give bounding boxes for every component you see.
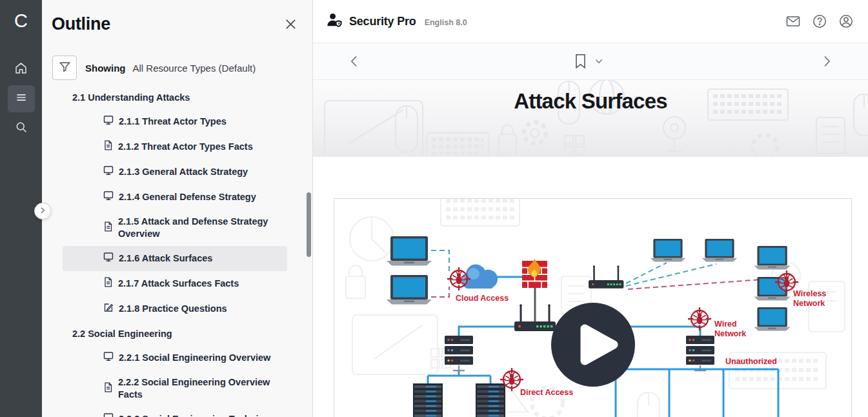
document-icon xyxy=(103,140,113,154)
funnel-icon xyxy=(59,61,71,76)
document-icon xyxy=(103,382,113,396)
menu-icon xyxy=(15,91,28,107)
scrollbar-thumb[interactable] xyxy=(307,192,311,257)
bookmark-icon xyxy=(575,54,586,69)
video-lesson-icon xyxy=(103,115,114,128)
outline-item-2-1-2[interactable]: 2.1.2 Threat Actor Types Facts xyxy=(42,134,312,159)
outline-item-2-1-8[interactable]: 2.1.8 Practice Questions xyxy=(42,296,312,321)
cloud-access-label: Cloud Access xyxy=(456,294,509,303)
bookmark-button[interactable] xyxy=(575,54,586,69)
practice-edit-icon xyxy=(103,302,114,316)
filter-value: All Resource Types (Default) xyxy=(133,63,256,74)
video-lesson-icon xyxy=(103,351,114,365)
lesson-title: Attack Surfaces xyxy=(321,80,860,114)
previous-chevron-icon xyxy=(349,55,359,68)
filter-button[interactable] xyxy=(52,56,77,80)
outline-item-2-1-4[interactable]: 2.1.4 General Defense Strategy xyxy=(42,185,312,210)
next-chevron-icon xyxy=(822,55,832,68)
next-lesson-button[interactable] xyxy=(818,51,836,72)
lesson-banner: Attack Surfaces xyxy=(313,80,868,157)
outline-item-2-1-5[interactable]: 2.1.5 Attack and Defense Strategy Overvi… xyxy=(42,210,312,246)
rail-outline-button[interactable] xyxy=(8,85,35,112)
security-pro-shield-user-icon xyxy=(326,12,343,31)
rail-home-button[interactable] xyxy=(8,56,35,83)
outline-item-2-1-6-active[interactable]: 2.1.6 Attack Surfaces xyxy=(63,246,287,271)
app-window: C xyxy=(0,0,868,417)
video-lesson-icon xyxy=(103,252,114,265)
chevron-right-icon xyxy=(39,205,46,217)
account-button[interactable] xyxy=(838,14,854,29)
outline-section-2-1: 2.1 Understanding Attacks xyxy=(42,86,312,109)
firewall-shape xyxy=(522,259,547,288)
panel-expand-button[interactable] xyxy=(34,203,51,219)
server-stack-shape xyxy=(686,336,714,365)
close-icon xyxy=(285,21,297,32)
outline-list: 2.1 Understanding Attacks 2.1.1 Threat A… xyxy=(42,86,312,417)
filter-row: Showing All Resource Types (Default) xyxy=(52,56,312,80)
server-stack-shape xyxy=(445,336,473,365)
messages-button[interactable] xyxy=(785,14,801,29)
product-header: Security Pro English 8.0 xyxy=(313,0,868,43)
outline-item-2-2-1[interactable]: 2.2.1 Social Engineering Overview xyxy=(42,345,312,371)
wireless-network-label-line2: Network xyxy=(793,299,825,308)
wired-network-label-line1: Wired xyxy=(714,320,737,329)
video-lesson-icon xyxy=(103,190,114,204)
message-icon xyxy=(785,14,801,29)
close-outline-button[interactable] xyxy=(285,18,297,30)
outline-item-2-1-7[interactable]: 2.1.7 Attack Surfaces Facts xyxy=(42,271,312,296)
outline-title: Outline xyxy=(52,14,110,34)
lesson-content: Cloud Access Direct Acce xyxy=(313,157,868,417)
outline-scrollbar xyxy=(307,0,311,417)
video-lesson-icon xyxy=(103,412,114,417)
app-logo: C xyxy=(14,8,28,34)
product-edition: English 8.0 xyxy=(425,18,467,27)
lesson-navbar xyxy=(313,43,868,80)
unauthorized-label: Unauthorized xyxy=(725,357,777,366)
main-area: Security Pro English 8.0 xyxy=(313,0,868,417)
wired-network-label-line2: Network xyxy=(714,329,746,338)
account-icon xyxy=(838,14,854,29)
wireless-router-shape xyxy=(589,265,623,289)
outline-item-2-1-3[interactable]: 2.1.3 General Attack Strategy xyxy=(42,159,312,185)
video-lesson-icon xyxy=(103,165,114,179)
outline-section-2-2: 2.2 Social Engineering xyxy=(42,321,312,345)
document-icon xyxy=(103,277,113,290)
server-rack-shape xyxy=(413,383,443,417)
home-icon xyxy=(14,61,28,77)
search-icon xyxy=(15,121,28,136)
direct-access-label: Direct Access xyxy=(520,388,573,397)
server-rack-shape xyxy=(476,383,505,417)
rail-search-button[interactable] xyxy=(8,115,35,142)
filter-showing-label: Showing xyxy=(85,63,126,74)
video-player[interactable]: Cloud Access Direct Acce xyxy=(334,198,852,417)
play-button[interactable] xyxy=(551,303,635,387)
document-icon xyxy=(103,221,113,235)
help-button[interactable] xyxy=(812,14,827,29)
wireless-network-label-line1: Wireless xyxy=(793,289,826,298)
network-diagram-thumbnail: Cloud Access Direct Acce xyxy=(334,199,852,417)
outline-panel: Outline Showing All Resource Types (Defa… xyxy=(42,0,313,417)
chevron-down-icon xyxy=(595,59,603,65)
previous-lesson-button[interactable] xyxy=(345,51,363,72)
outline-item-2-2-2[interactable]: 2.2.2 Social Engineering Overview Facts xyxy=(42,371,312,407)
outline-item-2-1-1[interactable]: 2.1.1 Threat Actor Types xyxy=(42,109,312,134)
product-name: Security Pro xyxy=(349,15,416,28)
bookmark-menu-button[interactable] xyxy=(595,59,603,65)
outline-item-2-2-3[interactable]: 2.2.3 Social Engineering Techniques xyxy=(42,407,312,417)
help-icon xyxy=(812,14,827,29)
